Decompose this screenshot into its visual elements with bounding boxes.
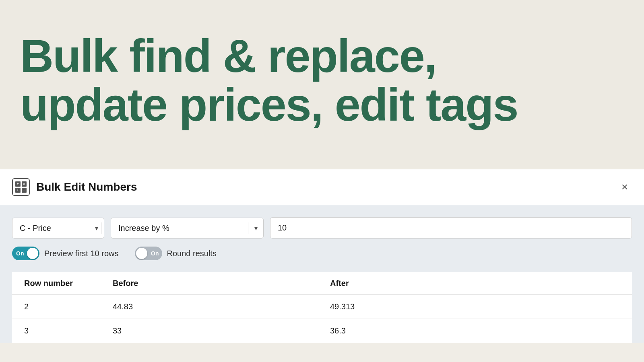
round-toggle-knob	[136, 248, 147, 259]
close-button[interactable]: ×	[617, 179, 632, 195]
preview-toggle-knob	[27, 248, 38, 259]
cell-before-2: 33	[113, 326, 330, 335]
modal-title: Bulk Edit Numbers	[36, 181, 137, 193]
cell-row-2: 3	[24, 326, 113, 335]
icon-cell-2: ×	[22, 181, 27, 187]
preview-toggle-description: Preview first 10 rows	[44, 249, 119, 258]
calculator-icon: + × + ÷	[12, 178, 30, 196]
round-toggle-description: Round results	[167, 249, 217, 258]
hero-title: Bulk find & replace, update prices, edit…	[20, 32, 518, 129]
cell-after-1: 49.313	[330, 302, 620, 311]
select-divider-2	[248, 222, 248, 234]
preview-table: Row number Before After 2 44.83 49.313 3…	[12, 272, 632, 343]
hero-title-line1: Bulk find & replace,	[20, 30, 436, 82]
table-header: Row number Before After	[12, 272, 632, 295]
round-toggle-group: On Round results	[135, 247, 217, 260]
modal-header-left: + × + ÷ Bulk Edit Numbers	[12, 178, 137, 196]
preview-toggle-group: On Preview first 10 rows	[12, 247, 119, 260]
preview-toggle[interactable]: On	[12, 247, 39, 260]
controls-row: C - Price A - Price B - Price ▾ Increase…	[12, 217, 632, 239]
select-divider-1	[101, 222, 101, 234]
col-header-row: Row number	[24, 279, 113, 288]
table-row: 2 44.83 49.313	[12, 295, 632, 319]
operation-select-wrapper: Increase by % Decrease by % Set to Incre…	[111, 218, 264, 239]
preview-toggle-label: On	[16, 250, 24, 257]
chevron-down-icon-2: ▾	[254, 224, 258, 232]
modal-header: + × + ÷ Bulk Edit Numbers ×	[0, 169, 644, 205]
bulk-edit-modal: + × + ÷ Bulk Edit Numbers × C	[0, 169, 644, 343]
icon-cell-3: +	[15, 188, 21, 193]
operation-select[interactable]: Increase by % Decrease by % Set to Incre…	[111, 218, 248, 238]
toggles-row: On Preview first 10 rows On Round result…	[12, 247, 632, 260]
round-toggle[interactable]: On	[135, 247, 162, 260]
hero-title-line2: update prices, edit tags	[20, 79, 518, 130]
icon-cell-1: +	[15, 181, 21, 187]
round-toggle-label: On	[151, 250, 159, 257]
icon-cell-4: ÷	[22, 188, 27, 193]
hero-section: Bulk find & replace, update prices, edit…	[0, 0, 644, 169]
col-header-after: After	[330, 279, 620, 288]
table-row: 3 33 36.3	[12, 319, 632, 343]
field-select[interactable]: C - Price A - Price B - Price	[12, 218, 101, 238]
cell-row-1: 2	[24, 302, 113, 311]
cell-after-2: 36.3	[330, 326, 620, 335]
field-select-wrapper: C - Price A - Price B - Price ▾	[12, 218, 104, 239]
col-header-before: Before	[113, 279, 330, 288]
modal-body: C - Price A - Price B - Price ▾ Increase…	[0, 205, 644, 343]
amount-input[interactable]	[270, 217, 632, 239]
cell-before-1: 44.83	[113, 302, 330, 311]
